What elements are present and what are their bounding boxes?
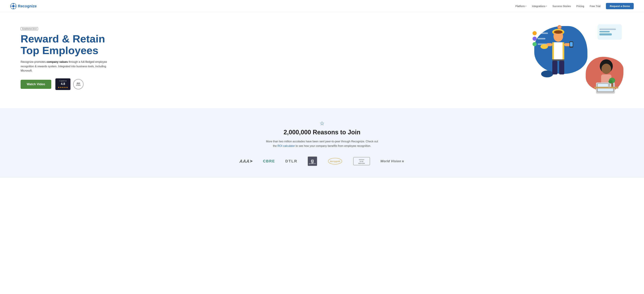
svg-rect-21	[570, 42, 573, 47]
nav-links: Platform ▾ Integrations ▾ Success Storie…	[515, 3, 634, 9]
logo-united-site-services: United SITE SERVICES	[353, 157, 370, 165]
request-demo-button[interactable]: Request a Demo	[606, 3, 634, 9]
star-icon: ☆	[10, 120, 634, 127]
svg-point-23	[602, 64, 611, 74]
svg-rect-13	[554, 42, 562, 59]
svg-point-5	[15, 6, 16, 7]
card-overlay	[598, 24, 622, 40]
card-line-1	[600, 29, 616, 30]
logo-aaa: AAA ➤	[239, 159, 252, 164]
reasons-section: ☆ 2,000,000 Reasons to Join More than tw…	[0, 108, 644, 178]
integrations-chevron-icon: ▾	[546, 5, 547, 7]
card-line-cta	[600, 33, 612, 35]
svg-rect-15	[552, 61, 558, 74]
svg-point-31	[608, 80, 612, 83]
platform-chevron-icon: ▾	[526, 5, 526, 7]
hero-title: Reward & Retain Top Employees	[20, 33, 116, 56]
hero-section: Established 2013 Reward & Retain Top Emp…	[0, 12, 644, 108]
svg-point-9	[554, 30, 562, 34]
capterra-stars: ★★★★★	[58, 86, 68, 89]
logo-icon	[10, 3, 16, 9]
card-line-2	[600, 31, 610, 32]
client-logos: AAA ➤ CBRE DTLR g goodwill kerrygold	[10, 156, 634, 166]
united-site-services-icon: United SITE SERVICES	[353, 157, 370, 165]
svg-text:SITE: SITE	[360, 161, 364, 162]
svg-rect-16	[559, 61, 564, 74]
svg-rect-28	[594, 87, 618, 88]
svg-point-1	[12, 5, 14, 7]
capterra-badge: Capterra 4.8 ★★★★★	[56, 78, 70, 90]
nav-integrations[interactable]: Integrations ▾	[532, 5, 547, 7]
svg-text:kerrygold: kerrygold	[330, 160, 340, 162]
roi-calculator-link[interactable]: ROI calculator	[278, 145, 295, 147]
hero-illustration: +1	[531, 23, 624, 94]
svg-rect-11	[552, 42, 554, 59]
watch-video-button[interactable]: Watch Video	[20, 80, 51, 89]
brand-name: Recognize	[18, 4, 37, 8]
capterra-brand-label: Capterra	[59, 80, 67, 82]
svg-text:SERVICES: SERVICES	[358, 163, 365, 164]
nav-success-stories[interactable]: Success Stories	[552, 5, 571, 7]
svg-point-2	[13, 3, 14, 4]
svg-text:United: United	[359, 159, 364, 160]
svg-point-33	[608, 84, 610, 85]
iso-badge: ISO 27001	[73, 79, 84, 89]
nav-pricing[interactable]: Pricing	[576, 5, 584, 7]
trust-badges: Capterra 4.8 ★★★★★ ISO 27001	[56, 78, 84, 90]
navbar: Recognize Platform ▾ Integrations ▾ Succ…	[0, 0, 644, 12]
hero-description: Recognize promotes company values throug…	[20, 60, 116, 73]
svg-point-3	[13, 8, 14, 9]
reasons-title: 2,000,000 Reasons to Join	[10, 129, 634, 136]
logo-kerrygold: kerrygold	[327, 157, 343, 165]
svg-rect-12	[562, 42, 564, 59]
logo-world-vision: World Vision	[380, 159, 405, 163]
nav-platform[interactable]: Platform ▾	[515, 5, 526, 7]
hero-actions: Watch Video Capterra 4.8 ★★★★★ ISO 27001	[20, 78, 116, 90]
world-vision-icon	[401, 159, 405, 163]
logo-dtlr: DTLR	[285, 159, 298, 163]
nav-free-trial[interactable]: Free Trial	[590, 5, 600, 7]
svg-rect-14	[552, 59, 564, 61]
worker-illustration	[536, 23, 580, 81]
svg-point-4	[11, 6, 12, 7]
svg-point-18	[540, 44, 548, 49]
established-badge: Established 2013	[20, 27, 38, 30]
logo-cbre: CBRE	[263, 159, 275, 163]
office-worker-illustration	[591, 57, 622, 94]
capterra-score: 4.8	[61, 82, 65, 86]
hero-content: Established 2013 Reward & Retain Top Emp…	[20, 27, 116, 90]
brand-logo[interactable]: Recognize	[10, 3, 37, 9]
kerrygold-icon: kerrygold	[327, 157, 343, 165]
logo-goodwill: g goodwill	[308, 156, 317, 166]
reasons-description: More than two million accolades have bee…	[266, 139, 378, 148]
